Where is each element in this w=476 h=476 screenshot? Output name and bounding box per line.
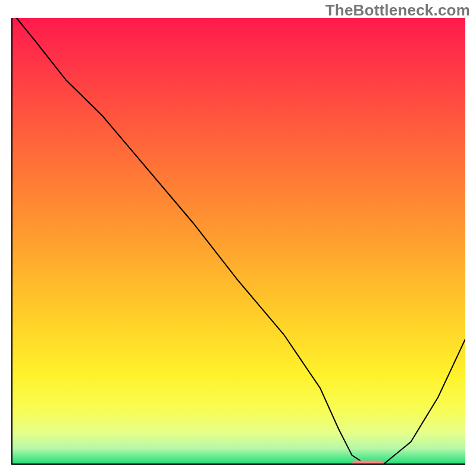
bottleneck-chart: TheBottleneck.com xyxy=(0,0,476,476)
gradient-background xyxy=(12,18,465,464)
plot-svg xyxy=(11,18,465,465)
watermark-label: TheBottleneck.com xyxy=(325,1,470,20)
